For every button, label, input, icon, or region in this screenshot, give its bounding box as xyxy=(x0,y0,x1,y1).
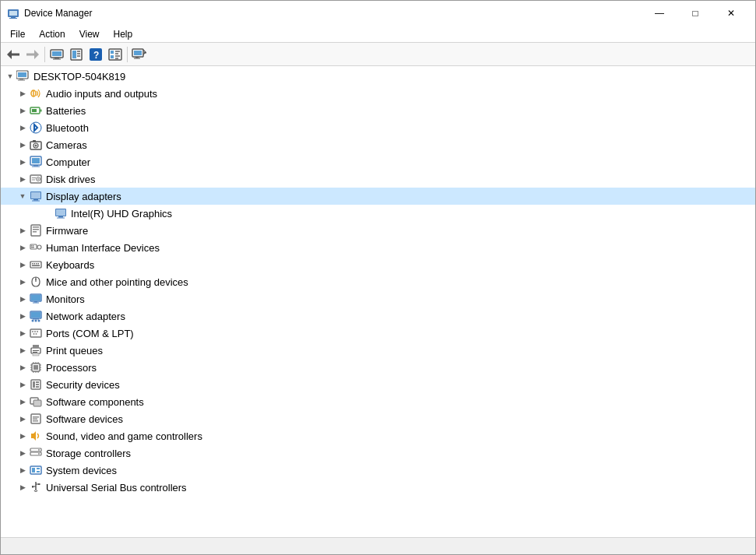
tree-item-print[interactable]: ▶ Print queues xyxy=(1,342,755,359)
tree-item-ports[interactable]: ▶ Ports (COM & LPT) xyxy=(1,325,755,342)
svg-rect-67 xyxy=(31,245,33,247)
batteries-expand-icon[interactable]: ▶ xyxy=(16,104,29,117)
svg-rect-46 xyxy=(32,158,40,163)
tree-item-hid[interactable]: ▶ Human Interface Devices xyxy=(1,239,755,256)
menu-help[interactable]: Help xyxy=(107,27,139,41)
svg-rect-55 xyxy=(31,192,40,198)
monitors-label: Monitors xyxy=(46,293,85,305)
software-comp-expand-icon[interactable]: ▶ xyxy=(16,395,29,408)
svg-point-94 xyxy=(36,333,37,335)
resources-button[interactable] xyxy=(106,45,125,64)
tree-item-computer[interactable]: ▶ Computer xyxy=(1,153,755,170)
print-label: Print queues xyxy=(46,345,103,357)
back-button[interactable] xyxy=(4,45,23,64)
tree-item-security[interactable]: ▶ Security devices xyxy=(1,376,755,393)
svg-rect-89 xyxy=(30,329,41,337)
tree-item-display[interactable]: ▼ Display adapters xyxy=(1,188,755,205)
tree-item-system[interactable]: ▶ System devices xyxy=(1,462,755,479)
tree-item-software-dev[interactable]: ▶ Software devices xyxy=(1,410,755,427)
tree-item-cameras[interactable]: ▶ Cameras xyxy=(1,136,755,153)
svg-rect-61 xyxy=(57,218,65,219)
tree-item-batteries[interactable]: ▶ Batteries xyxy=(1,102,755,119)
processors-expand-icon[interactable]: ▶ xyxy=(16,361,29,374)
close-button[interactable]: ✕ xyxy=(713,1,749,26)
security-expand-icon[interactable]: ▶ xyxy=(16,378,29,391)
svg-rect-70 xyxy=(37,245,41,249)
svg-rect-132 xyxy=(37,471,40,472)
tree-item-disk[interactable]: ▶ Disk drives xyxy=(1,170,755,188)
tree-item-keyboards[interactable]: ▶ Keyboards xyxy=(1,256,755,273)
audio-expand-icon[interactable]: ▶ xyxy=(16,87,29,100)
network-expand-icon[interactable]: ▶ xyxy=(16,310,29,322)
ports-expand-icon[interactable]: ▶ xyxy=(16,327,29,339)
bluetooth-expand-icon[interactable]: ▶ xyxy=(16,121,29,134)
svg-rect-25 xyxy=(115,58,118,59)
menu-file[interactable]: File xyxy=(4,27,31,41)
tree-root-item[interactable]: ▼ DESKTOP-504K819 xyxy=(1,68,755,85)
mice-expand-icon[interactable]: ▶ xyxy=(16,276,29,288)
menu-action[interactable]: Action xyxy=(33,27,71,41)
show-devices-button[interactable] xyxy=(47,45,66,64)
svg-rect-44 xyxy=(33,140,36,142)
cameras-expand-icon[interactable]: ▶ xyxy=(16,139,29,151)
svg-rect-47 xyxy=(33,165,38,167)
tree-item-usb[interactable]: ▶ Universal Serial Bus controllers xyxy=(1,479,755,496)
svg-rect-60 xyxy=(58,216,63,218)
help-button[interactable]: ? xyxy=(86,45,105,64)
firmware-expand-icon[interactable]: ▶ xyxy=(16,224,29,237)
menu-view[interactable]: View xyxy=(73,27,106,41)
system-expand-icon[interactable]: ▶ xyxy=(16,464,29,476)
svg-rect-22 xyxy=(115,51,120,52)
tree-item-processors[interactable]: ▶ xyxy=(1,359,755,376)
storage-icon xyxy=(29,447,43,459)
print-expand-icon[interactable]: ▶ xyxy=(16,344,29,357)
tree-view[interactable]: ▼ DESKTOP-504K819 ▶ xyxy=(1,66,755,537)
security-label: Security devices xyxy=(46,379,120,391)
properties-button[interactable] xyxy=(67,45,86,64)
tree-item-network[interactable]: ▶ Network adapters xyxy=(1,307,755,325)
status-bar xyxy=(1,537,755,554)
svg-rect-72 xyxy=(32,263,33,265)
svg-rect-69 xyxy=(31,247,34,248)
usb-expand-icon[interactable]: ▶ xyxy=(16,481,29,494)
maximize-button[interactable]: □ xyxy=(677,1,713,26)
usb-icon xyxy=(29,481,43,494)
window-controls: — □ ✕ xyxy=(642,1,749,26)
tree-item-sound[interactable]: ▶ Sound, video and game controllers xyxy=(1,427,755,444)
tree-item-software-comp[interactable]: ▶ Software components xyxy=(1,393,755,410)
disk-label: Disk drives xyxy=(46,174,96,185)
tree-item-storage[interactable]: ▶ Storage controllers xyxy=(1,444,755,462)
svg-rect-135 xyxy=(38,483,40,485)
display-expand-icon[interactable]: ▼ xyxy=(16,190,29,202)
sound-expand-icon[interactable]: ▶ xyxy=(16,430,29,442)
system-icon xyxy=(29,464,43,476)
keyboards-expand-icon[interactable]: ▶ xyxy=(16,258,29,271)
svg-point-128 xyxy=(38,453,40,455)
tree-item-audio[interactable]: ▶ Audio inputs and outputs xyxy=(1,85,755,102)
audio-icon xyxy=(29,87,43,100)
disk-icon xyxy=(29,173,43,185)
forward-button[interactable] xyxy=(23,45,42,64)
storage-expand-icon[interactable]: ▶ xyxy=(16,447,29,459)
computer-label: Computer xyxy=(46,156,90,168)
disk-expand-icon[interactable]: ▶ xyxy=(16,173,29,185)
svg-point-87 xyxy=(35,320,37,322)
hid-expand-icon[interactable]: ▶ xyxy=(16,241,29,254)
software-dev-expand-icon[interactable]: ▶ xyxy=(16,413,29,425)
tree-item-intel[interactable]: Intel(R) UHD Graphics xyxy=(1,205,755,222)
root-expand-icon[interactable]: ▼ xyxy=(4,70,16,83)
svg-rect-73 xyxy=(34,263,36,265)
computer-expand-icon[interactable]: ▶ xyxy=(16,156,29,168)
tree-item-monitors[interactable]: ▶ Monitors xyxy=(1,290,755,307)
tree-item-mice[interactable]: ▶ Mice and other pointing devices xyxy=(1,273,755,290)
svg-rect-118 xyxy=(36,386,39,388)
monitors-expand-icon[interactable]: ▶ xyxy=(16,293,29,305)
keyboards-icon xyxy=(29,258,43,271)
svg-rect-13 xyxy=(72,51,76,58)
hid-icon xyxy=(29,241,43,254)
tree-item-bluetooth[interactable]: ▶ Bluetooth xyxy=(1,119,755,136)
minimize-button[interactable]: — xyxy=(642,1,677,26)
scan-button[interactable] xyxy=(130,45,149,64)
svg-rect-85 xyxy=(33,318,39,320)
tree-item-firmware[interactable]: ▶ Firmware xyxy=(1,222,755,239)
